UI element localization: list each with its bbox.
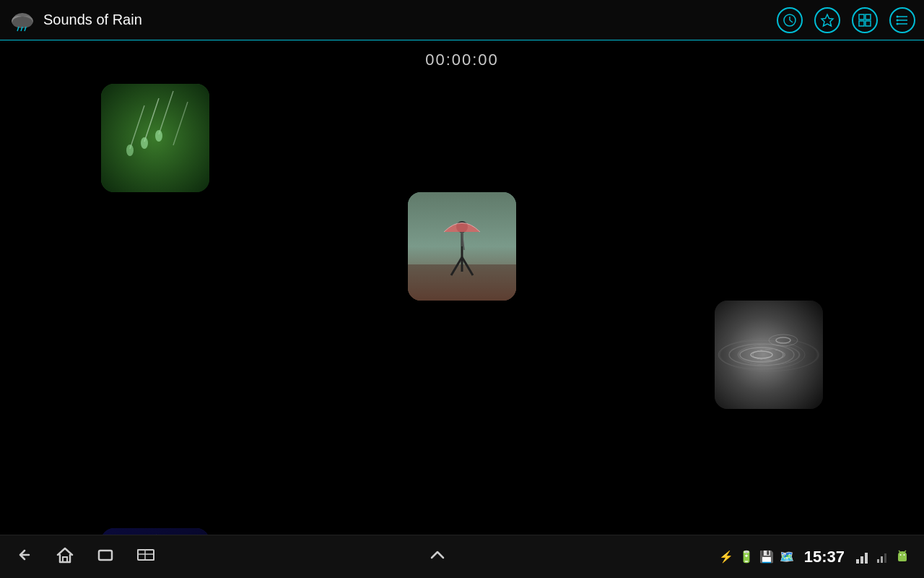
app-icon (9, 7, 36, 34)
screenshot-button[interactable] (136, 545, 156, 569)
svg-point-127 (904, 554, 905, 556)
svg-rect-37 (715, 301, 823, 409)
android-icon (895, 550, 910, 564)
chevron-up-icon (427, 545, 448, 565)
svg-point-18 (897, 15, 899, 17)
grid-view-button[interactable] (852, 7, 878, 33)
top-bar-right (777, 7, 915, 33)
svg-rect-121 (884, 553, 886, 563)
svg-line-125 (905, 551, 906, 552)
svg-rect-119 (877, 559, 879, 563)
svg-point-126 (900, 554, 902, 556)
tile-ripple[interactable] (715, 301, 823, 409)
maps-icon: 🗺️ (780, 550, 794, 564)
star-icon (820, 13, 834, 27)
grid-view-icon (858, 13, 872, 27)
menu-button[interactable] (889, 7, 915, 33)
recents-button[interactable] (95, 545, 116, 569)
svg-point-19 (897, 19, 899, 21)
svg-point-20 (897, 22, 899, 25)
svg-point-43 (769, 335, 798, 346)
back-button[interactable] (14, 545, 35, 569)
bottom-nav-right: ⚡ 🔋 💾 🗺️ 15:37 (719, 548, 910, 566)
signal-icon (855, 549, 871, 565)
svg-rect-118 (865, 553, 868, 564)
svg-rect-112 (99, 551, 112, 560)
svg-point-41 (718, 340, 805, 369)
screenshot-icon (136, 545, 156, 565)
svg-rect-115 (145, 554, 154, 560)
svg-rect-44 (101, 528, 209, 535)
home-button[interactable] (55, 545, 75, 569)
wifi-icon (876, 551, 889, 564)
home-icon (55, 545, 75, 565)
svg-point-28 (126, 144, 134, 156)
svg-line-9 (790, 20, 793, 22)
sound-grid (0, 77, 924, 535)
svg-point-27 (155, 130, 162, 142)
chevron-up-button[interactable] (427, 545, 448, 569)
favorites-button[interactable] (814, 7, 840, 33)
main-content: 00:00:00 (0, 40, 924, 535)
svg-rect-123 (898, 555, 907, 561)
svg-rect-116 (856, 559, 859, 564)
clock-display: 15:37 (804, 548, 845, 566)
svg-rect-11 (859, 14, 864, 20)
timer-display: 00:00:00 (425, 51, 499, 69)
sd-card-icon: 💾 (759, 550, 774, 564)
back-icon (14, 545, 35, 565)
svg-point-40 (729, 344, 794, 366)
tile-rain-drops[interactable] (101, 84, 209, 192)
bottom-nav: ⚡ 🔋 💾 🗺️ 15:37 (0, 535, 924, 578)
svg-marker-10 (821, 14, 833, 26)
bottom-nav-left (14, 545, 156, 569)
tile-lightning[interactable] (101, 528, 209, 535)
svg-line-124 (899, 551, 900, 552)
svg-point-26 (141, 137, 148, 149)
top-bar-left: Sounds of Rain (9, 7, 142, 34)
svg-rect-117 (860, 556, 863, 564)
svg-rect-13 (859, 21, 864, 26)
svg-rect-120 (881, 556, 883, 563)
svg-rect-113 (138, 550, 154, 560)
recents-icon (95, 545, 116, 565)
svg-point-38 (751, 351, 772, 358)
clock-icon (783, 13, 797, 27)
svg-point-39 (740, 348, 783, 362)
history-button[interactable] (777, 7, 803, 33)
bottom-nav-center (427, 545, 448, 569)
top-bar: Sounds of Rain (0, 0, 924, 40)
svg-rect-14 (866, 21, 871, 26)
svg-point-42 (776, 337, 790, 343)
menu-icon (895, 13, 910, 27)
svg-rect-12 (866, 14, 871, 20)
battery-icon: 🔋 (739, 550, 754, 564)
svg-point-3 (12, 17, 32, 28)
tile-umbrella[interactable] (408, 192, 516, 301)
usb-icon: ⚡ (719, 550, 733, 564)
app-title: Sounds of Rain (43, 12, 142, 28)
svg-rect-21 (101, 84, 209, 192)
